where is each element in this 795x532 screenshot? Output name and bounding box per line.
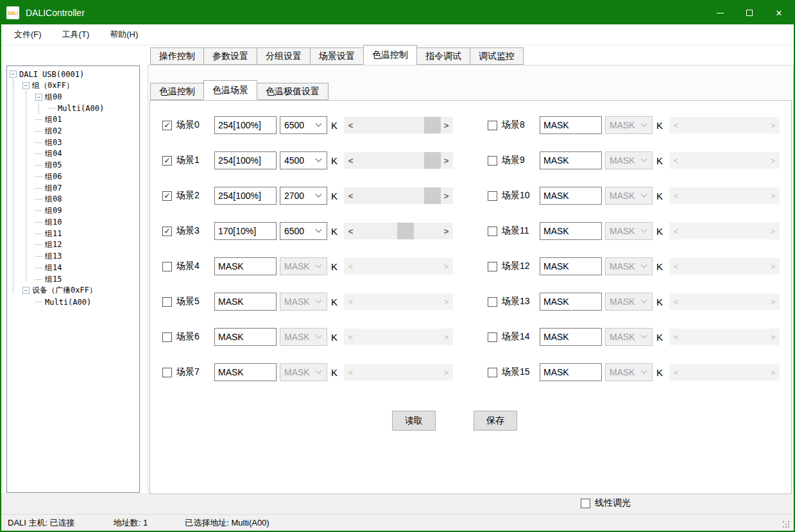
close-button[interactable]: ✕ xyxy=(764,1,794,24)
scene-temp-select[interactable]: MASK xyxy=(605,222,653,240)
scene-level-input[interactable] xyxy=(214,222,277,240)
scene-temp-select[interactable]: MASK xyxy=(605,187,653,205)
scene-checkbox[interactable]: ✓ xyxy=(162,227,172,236)
scroll-right-icon[interactable]: > xyxy=(441,117,452,133)
scene-temp-scrollbar[interactable]: <> xyxy=(344,117,453,133)
tree-item[interactable]: 组06 xyxy=(35,171,62,182)
tab-main-6[interactable]: 调试监控 xyxy=(470,47,524,65)
scrollbar-thumb[interactable] xyxy=(424,187,441,204)
menu-help[interactable]: 帮助(H) xyxy=(102,25,146,44)
tab-main-5[interactable]: 指令调试 xyxy=(416,47,470,65)
scene-level-input[interactable] xyxy=(214,363,277,381)
scene-checkbox[interactable] xyxy=(488,262,497,271)
scene-temp-select[interactable]: 2700 xyxy=(280,187,327,205)
tree-item[interactable]: 组13 xyxy=(35,251,62,262)
scene-checkbox[interactable] xyxy=(488,227,497,236)
tree-item[interactable]: 组11 xyxy=(35,228,62,239)
tree-item[interactable]: 组14 xyxy=(35,262,62,273)
scene-level-input[interactable] xyxy=(540,151,602,169)
scene-checkbox[interactable] xyxy=(488,368,497,377)
scene-temp-select[interactable]: 6500 xyxy=(280,116,327,134)
menu-tools[interactable]: 工具(T) xyxy=(55,25,98,44)
scene-temp-select[interactable]: MASK xyxy=(280,328,327,346)
scene-level-input[interactable] xyxy=(214,187,277,205)
scene-checkbox[interactable] xyxy=(162,368,172,377)
scene-temp-select[interactable]: MASK xyxy=(280,257,327,275)
tree-item[interactable]: 组12 xyxy=(35,239,62,250)
scene-temp-select[interactable]: 6500 xyxy=(280,222,327,240)
scrollbar-thumb[interactable] xyxy=(397,223,414,239)
device-tree[interactable]: −DALI USB(0001)−组（0xFF）−组00Multi(A00)组01… xyxy=(6,65,140,493)
tab-main-3[interactable]: 场景设置 xyxy=(310,47,364,65)
scene-level-input[interactable] xyxy=(214,257,277,275)
scene-checkbox[interactable] xyxy=(488,332,497,342)
scroll-left-icon[interactable]: < xyxy=(345,152,356,169)
tree-item[interactable]: 组08 xyxy=(35,194,62,205)
scrollbar-thumb[interactable] xyxy=(424,117,441,133)
scene-level-input[interactable] xyxy=(214,151,277,169)
minimize-button[interactable] xyxy=(705,1,735,24)
scene-level-input[interactable] xyxy=(540,116,602,134)
scene-checkbox[interactable] xyxy=(488,191,497,201)
scene-level-input[interactable] xyxy=(214,116,277,134)
maximize-button[interactable] xyxy=(735,1,764,24)
scene-checkbox[interactable] xyxy=(162,297,172,307)
linear-dimming-checkbox[interactable] xyxy=(581,499,590,508)
scene-temp-scrollbar[interactable]: <> xyxy=(344,223,453,239)
tree-item[interactable]: −组（0xFF） xyxy=(22,80,74,91)
scene-level-input[interactable] xyxy=(214,293,277,311)
tree-item[interactable]: 组07 xyxy=(35,183,62,194)
menu-file[interactable]: 文件(F) xyxy=(6,25,49,44)
tree-item[interactable]: 组04 xyxy=(35,148,62,159)
tab-main-0[interactable]: 操作控制 xyxy=(150,47,204,65)
tree-item[interactable]: 组05 xyxy=(35,160,62,171)
scene-checkbox[interactable] xyxy=(488,297,497,307)
tree-item[interactable]: 组09 xyxy=(35,205,62,216)
scene-level-input[interactable] xyxy=(540,363,602,381)
tree-collapse-icon[interactable]: − xyxy=(35,94,42,101)
scene-checkbox[interactable] xyxy=(162,332,172,342)
scene-checkbox[interactable]: ✓ xyxy=(162,121,172,130)
scroll-right-icon[interactable]: > xyxy=(441,187,452,204)
tree-item[interactable]: 组02 xyxy=(35,126,62,137)
scene-temp-select[interactable]: 4500 xyxy=(280,151,327,169)
tab-main-4[interactable]: 色温控制 xyxy=(363,45,417,65)
scrollbar-thumb[interactable] xyxy=(424,152,441,169)
scene-temp-select[interactable]: MASK xyxy=(605,116,653,134)
scene-checkbox[interactable]: ✓ xyxy=(162,191,172,201)
scene-level-input[interactable] xyxy=(540,328,602,346)
scene-temp-select[interactable]: MASK xyxy=(605,328,653,346)
scroll-left-icon[interactable]: < xyxy=(345,117,356,133)
scene-level-input[interactable] xyxy=(540,187,602,205)
tree-item[interactable]: 组03 xyxy=(35,137,62,148)
scroll-right-icon[interactable]: > xyxy=(441,223,452,239)
tree-item[interactable]: Multi(A00) xyxy=(35,296,91,307)
read-button[interactable]: 读取 xyxy=(392,411,436,431)
tree-item[interactable]: 组15 xyxy=(35,274,62,285)
tree-item[interactable]: 组10 xyxy=(35,217,62,228)
scroll-left-icon[interactable]: < xyxy=(345,223,356,239)
tree-item[interactable]: 组01 xyxy=(35,114,62,125)
tab-sub-0[interactable]: 色温控制 xyxy=(150,83,204,100)
scene-temp-scrollbar[interactable]: <> xyxy=(344,152,453,169)
tab-sub-1[interactable]: 色温场景 xyxy=(203,80,257,100)
scene-temp-select[interactable]: MASK xyxy=(280,293,327,311)
scroll-left-icon[interactable]: < xyxy=(345,187,356,204)
scene-temp-select[interactable]: MASK xyxy=(605,293,653,311)
tab-main-2[interactable]: 分组设置 xyxy=(257,47,311,65)
tree-collapse-icon[interactable]: − xyxy=(22,82,30,89)
tree-item[interactable]: −设备（广播0xFF） xyxy=(22,285,97,296)
tree-item[interactable]: Multi(A00) xyxy=(48,103,104,114)
tab-main-1[interactable]: 参数设置 xyxy=(203,47,257,65)
scene-level-input[interactable] xyxy=(540,293,602,311)
scene-checkbox[interactable] xyxy=(162,262,172,271)
resize-grip-icon[interactable] xyxy=(783,520,791,528)
tree-item[interactable]: −DALI USB(0001) xyxy=(10,69,84,80)
tree-item[interactable]: −组00 xyxy=(35,92,62,103)
scene-level-input[interactable] xyxy=(540,257,602,275)
tree-collapse-icon[interactable]: − xyxy=(10,71,17,78)
save-button[interactable]: 保存 xyxy=(474,411,517,431)
tab-sub-2[interactable]: 色温极值设置 xyxy=(257,83,329,100)
scene-checkbox[interactable] xyxy=(488,121,497,130)
scene-temp-select[interactable]: MASK xyxy=(605,257,653,275)
